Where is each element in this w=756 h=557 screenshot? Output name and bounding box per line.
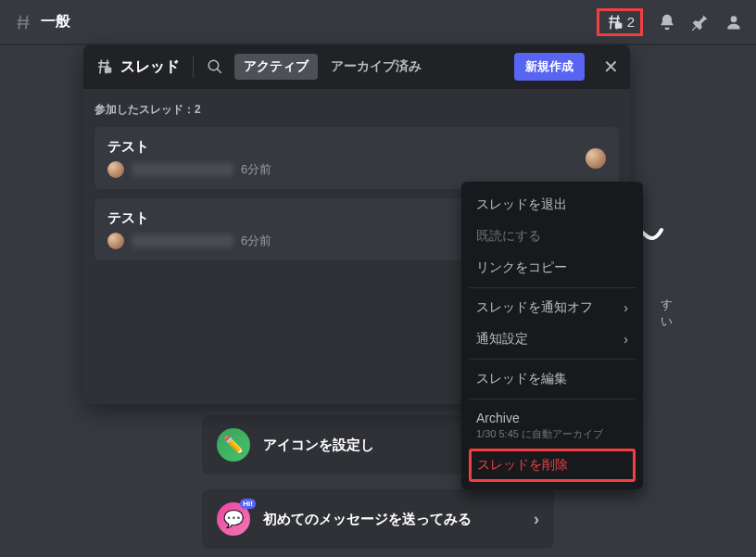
threads-panel-title: スレッド bbox=[94, 57, 180, 77]
thread-timestamp: 6分前 bbox=[241, 161, 271, 178]
ctx-delete-thread[interactable]: スレッドを削除 bbox=[469, 449, 636, 482]
ctx-leave-thread[interactable]: スレッドを退出 bbox=[469, 189, 636, 221]
pin-icon bbox=[691, 13, 710, 32]
threads-tabs: アクティブ アーカイブ済み bbox=[234, 54, 431, 80]
ctx-archive-thread[interactable]: Archive 1/30 5:45 に自動アーカイブ bbox=[469, 403, 636, 449]
divider bbox=[469, 359, 636, 360]
ctx-edit-thread[interactable]: スレッドを編集 bbox=[469, 363, 636, 395]
create-thread-button[interactable]: 新規作成 bbox=[514, 53, 585, 81]
svg-rect-2 bbox=[105, 68, 112, 73]
thread-context-menu: スレッドを退出 既読にする リンクをコピー スレッドを通知オフ › 通知設定 ›… bbox=[461, 182, 643, 489]
members-button[interactable] bbox=[724, 13, 743, 32]
members-icon bbox=[724, 13, 743, 32]
threads-icon bbox=[94, 57, 113, 76]
welcome-card-label: 初めてのメッセージを送ってみる bbox=[263, 511, 472, 528]
ctx-sublabel: 1/30 5:45 に自動アーカイブ bbox=[476, 427, 628, 441]
threads-count: 2 bbox=[627, 14, 635, 30]
ctx-mute-thread[interactable]: スレッドを通知オフ › bbox=[469, 292, 636, 323]
bell-icon bbox=[658, 13, 676, 32]
threads-button[interactable]: 2 bbox=[597, 8, 643, 36]
thread-item[interactable]: テスト 6分前 bbox=[94, 127, 619, 189]
bg-text-fragment: す bbox=[661, 297, 673, 313]
avatar bbox=[107, 233, 124, 249]
tab-archived[interactable]: アーカイブ済み bbox=[321, 54, 431, 80]
chevron-right-icon: › bbox=[624, 300, 628, 315]
ctx-notification-settings[interactable]: 通知設定 › bbox=[469, 323, 636, 355]
channel-name: 一般 bbox=[41, 12, 70, 32]
svg-point-1 bbox=[731, 16, 737, 22]
ctx-label: スレッドを通知オフ bbox=[476, 299, 593, 316]
avatar bbox=[107, 161, 124, 178]
pins-button[interactable] bbox=[691, 13, 710, 32]
chevron-right-icon: › bbox=[624, 332, 628, 347]
ctx-copy-link[interactable]: リンクをコピー bbox=[469, 252, 636, 284]
ctx-mark-read: 既読にする bbox=[469, 221, 636, 252]
bg-text-fragment: い bbox=[661, 313, 673, 330]
hash-icon bbox=[13, 12, 33, 32]
close-icon: ✕ bbox=[603, 56, 619, 78]
search-button[interactable] bbox=[207, 58, 223, 75]
thread-name: テスト bbox=[107, 138, 606, 156]
tab-active[interactable]: アクティブ bbox=[234, 54, 318, 80]
thread-timestamp: 6分前 bbox=[241, 233, 271, 249]
channel-header: 一般 2 bbox=[0, 0, 756, 44]
avatar bbox=[586, 148, 606, 169]
welcome-card-label: アイコンを設定し bbox=[263, 437, 374, 454]
threads-section-label: 参加したスレッド：2 bbox=[94, 102, 619, 118]
threads-icon bbox=[605, 13, 624, 32]
notifications-button[interactable] bbox=[658, 13, 676, 32]
threads-panel-header: スレッド アクティブ アーカイブ済み 新規作成 ✕ bbox=[83, 44, 630, 89]
chevron-right-icon: › bbox=[534, 510, 539, 529]
divider bbox=[469, 287, 636, 288]
blurred-username bbox=[132, 234, 233, 247]
thread-meta: 6分前 bbox=[107, 161, 606, 178]
ctx-label: 通知設定 bbox=[476, 331, 528, 348]
close-button[interactable]: ✕ bbox=[603, 56, 619, 78]
pencil-icon: ✏️ bbox=[217, 428, 250, 462]
welcome-card-message[interactable]: 💬 初めてのメッセージを送ってみる › bbox=[202, 489, 554, 549]
threads-title-text: スレッド bbox=[120, 57, 180, 77]
svg-point-3 bbox=[208, 60, 219, 70]
chat-icon: 💬 bbox=[217, 502, 250, 536]
divider bbox=[469, 399, 636, 399]
ctx-label: Archive bbox=[476, 411, 628, 425]
blurred-username bbox=[132, 163, 233, 176]
divider bbox=[193, 56, 194, 78]
svg-rect-0 bbox=[614, 22, 622, 28]
